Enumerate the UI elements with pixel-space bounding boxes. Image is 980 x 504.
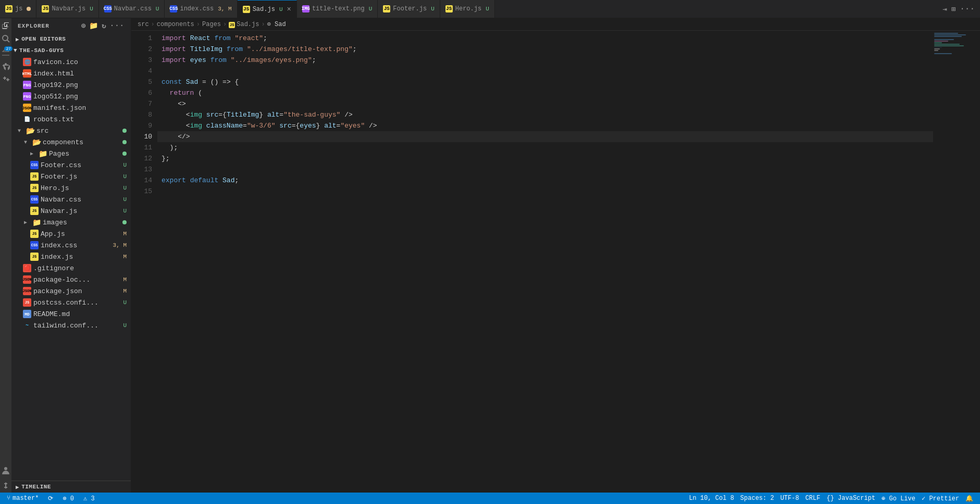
file-logo512[interactable]: PNG logo512.png — [11, 91, 131, 102]
line-number: 11 — [131, 142, 152, 153]
scrollbar[interactable] — [975, 31, 980, 493]
project-section[interactable]: ▼ THE-SAD-GUYS — [11, 45, 131, 56]
tab-label: title-text.png — [312, 5, 365, 12]
breadcrumb-src[interactable]: src — [138, 21, 149, 28]
activity-bar-settings[interactable] — [1, 481, 10, 490]
tab-footer-js[interactable]: JS Footer.js U — [378, 0, 440, 18]
file-logo192[interactable]: PNG logo192.png — [11, 79, 131, 91]
tab-index-css[interactable]: CSS index.css 3, M — [165, 0, 237, 18]
tab-label: Sad.js — [253, 6, 275, 13]
tab-sad-js[interactable]: JS Sad.js U × — [238, 0, 297, 18]
status-errors[interactable]: ⊗ 0 — [60, 493, 77, 504]
tab-hero-js[interactable]: JS Hero.js U — [440, 0, 495, 18]
folder-images[interactable]: ▶ 📁 images — [11, 217, 131, 228]
refresh-icon[interactable]: ↻ — [102, 21, 106, 30]
file-readme[interactable]: MD README.md — [11, 308, 131, 320]
file-postcss[interactable]: JS postcss.confi... U — [11, 297, 131, 308]
status-notifications[interactable]: 🔔 — [963, 493, 976, 504]
file-favicon[interactable]: 🌐 favicon.ico — [11, 56, 131, 68]
file-label: index.js — [41, 253, 121, 261]
file-footer-css[interactable]: CSS Footer.css U — [11, 159, 131, 171]
untracked-marker: U — [123, 208, 127, 214]
minimap — [933, 31, 975, 493]
breadcrumb-components[interactable]: components — [157, 21, 194, 28]
line-number: 9 — [131, 120, 152, 131]
sync-icon: ⟳ — [48, 495, 53, 502]
modified-marker: 3, M — [113, 242, 127, 248]
file-label: Hero.js — [41, 184, 121, 192]
open-editors-section[interactable]: ▶ OPEN EDITORS — [11, 33, 131, 45]
file-app-js[interactable]: JS App.js M — [11, 228, 131, 240]
css-icon: CSS — [170, 5, 177, 12]
activity-bar-accounts[interactable] — [1, 465, 10, 475]
file-index-js[interactable]: JS index.js M — [11, 251, 131, 262]
line-number: 2 — [131, 44, 152, 55]
timeline-section[interactable]: ▶ TIMELINE — [11, 481, 131, 493]
file-label: favicon.ico — [33, 58, 131, 66]
new-folder-icon[interactable]: 📁 — [89, 21, 98, 30]
file-footer-js[interactable]: JS Footer.js U — [11, 171, 131, 182]
split-editor-icon[interactable]: ⇥ — [942, 5, 947, 14]
file-index-html[interactable]: HTML index.html — [11, 68, 131, 79]
file-navbar-js[interactable]: JS Navbar.js U — [11, 205, 131, 217]
status-warnings[interactable]: ⚠ 3 — [81, 493, 97, 504]
line-number: 1 — [131, 33, 152, 44]
status-spaces[interactable]: Spaces: 2 — [738, 493, 777, 504]
tab-unsaved: U — [486, 6, 489, 12]
folder-src[interactable]: ▼ 📂 src — [11, 125, 131, 136]
json-icon: JSON — [23, 287, 31, 295]
file-tailwind[interactable]: ~ tailwind.conf... U — [11, 320, 131, 331]
minimap-content — [933, 31, 975, 58]
txt-icon: 📄 — [23, 115, 31, 123]
status-cursor[interactable]: Ln 10, Col 8 — [686, 493, 736, 504]
activity-bar-extensions[interactable] — [1, 75, 10, 84]
code-line-13 — [157, 164, 933, 175]
status-sync[interactable]: ⟳ — [45, 493, 56, 504]
folder-pages[interactable]: ▶ 📁 Pages — [11, 148, 131, 159]
modified-marker: M — [123, 276, 127, 283]
activity-bar-source-control[interactable]: 27 — [1, 48, 10, 57]
file-label: tailwind.conf... — [33, 322, 121, 330]
tab-js-m[interactable]: JS js — [0, 0, 36, 18]
status-language[interactable]: {} JavaScript — [824, 493, 878, 504]
file-robots[interactable]: 📄 robots.txt — [11, 114, 131, 125]
activity-bar-debug[interactable] — [1, 61, 10, 71]
line-number: 14 — [131, 175, 152, 186]
breadcrumb-pages[interactable]: Pages — [202, 21, 221, 28]
folder-components[interactable]: ▼ 📂 components — [11, 136, 131, 148]
file-index-css[interactable]: CSS index.css 3, M — [11, 240, 131, 251]
md-icon: MD — [23, 310, 31, 318]
chevron-icon: ▼ — [24, 140, 30, 145]
file-hero-js[interactable]: JS Hero.js U — [11, 182, 131, 194]
tab-navbar-js[interactable]: JS Navbar.js U — [36, 0, 98, 18]
file-manifest[interactable]: JSON manifest.json — [11, 102, 131, 114]
file-package-lock[interactable]: JSON package-loc... M — [11, 274, 131, 285]
file-gitignore[interactable]: 🔴 .gitignore — [11, 262, 131, 274]
untracked-marker: U — [123, 162, 127, 168]
file-label: README.md — [33, 310, 131, 318]
breadcrumb-sep: › — [151, 21, 155, 28]
layout-icon[interactable]: ⊞ — [951, 5, 956, 14]
new-file-icon[interactable]: ⊕ — [81, 21, 86, 30]
status-line-ending[interactable]: CRLF — [803, 493, 823, 504]
file-navbar-css[interactable]: CSS Navbar.css U — [11, 194, 131, 205]
tab-label: Navbar.js — [52, 5, 85, 12]
breadcrumb-sad-symbol[interactable]: ⊙ Sad — [267, 20, 286, 28]
more-icon[interactable]: ··· — [110, 21, 125, 30]
status-branch[interactable]: ⑂ master* — [4, 493, 41, 504]
modified-dot — [122, 220, 127, 224]
tab-navbar-css[interactable]: CSS Navbar.css U — [99, 0, 165, 18]
activity-bar-explorer[interactable] — [1, 21, 10, 30]
more-actions-icon[interactable]: ··· — [960, 4, 975, 14]
status-encoding[interactable]: UTF-8 — [778, 493, 802, 504]
activity-bar-search[interactable] — [1, 34, 10, 44]
breadcrumb-sadjs[interactable]: JSSad.js — [229, 21, 259, 28]
tab-close-button[interactable]: × — [287, 5, 291, 14]
status-go-live[interactable]: ⊕ Go Live — [879, 493, 918, 504]
line-numbers: 1 2 3 4 5 6 7 8 9 10 11 12 13 14 15 — [131, 31, 157, 493]
code-content[interactable]: import React from "react"; import TitleI… — [157, 31, 933, 493]
tab-title-text-png[interactable]: IMG title-text.png U — [297, 0, 378, 18]
status-prettier[interactable]: ✓ Prettier — [919, 493, 962, 504]
tab-unsaved: U — [279, 6, 283, 12]
file-package-json[interactable]: JSON package.json M — [11, 285, 131, 297]
